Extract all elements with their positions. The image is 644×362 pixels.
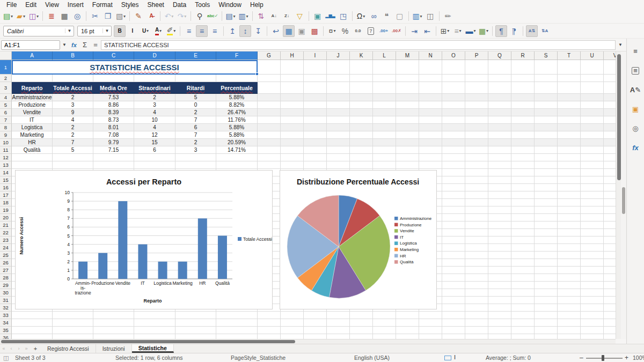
cell-S21[interactable] [535,221,558,229]
column-header-C[interactable]: C [93,51,134,60]
cell-L3[interactable] [373,82,396,94]
cell-R5[interactable] [511,101,535,109]
cell-U9[interactable] [581,131,604,139]
cell-R13[interactable] [511,161,535,169]
cell-M36[interactable] [396,334,419,339]
cell-E4[interactable]: 5 [175,94,216,101]
column-header-L[interactable]: L [373,51,396,60]
cell-U5[interactable] [581,101,604,109]
cell-D34[interactable] [134,319,175,327]
cell-T28[interactable] [558,274,581,282]
cell-Q18[interactable] [488,199,511,206]
cell-T14[interactable] [558,169,581,176]
cell-O11[interactable] [442,146,465,154]
cell-O15[interactable] [442,176,465,184]
column-header-N[interactable]: N [419,51,442,60]
cell-K34[interactable] [350,319,373,327]
row-header-23[interactable]: 23 [0,237,12,244]
cell-E35[interactable] [175,327,216,334]
cell-U14[interactable] [581,169,604,176]
cell-A8[interactable]: Logistica [12,124,53,131]
row-header-5[interactable]: 5 [0,101,12,109]
cell-O31[interactable] [442,297,465,304]
format-as-date-button[interactable]: 7 [365,25,377,37]
cell-T6[interactable] [558,109,581,116]
column-header-J[interactable]: J [327,51,350,60]
row-header-28[interactable]: 28 [0,274,12,282]
cell-H7[interactable] [281,116,304,124]
cell-P28[interactable] [465,274,488,282]
column-header-G[interactable]: G [258,51,281,60]
page-style[interactable]: PageStyle_Statistiche [231,353,286,362]
cell-Q30[interactable] [488,289,511,297]
cell-Q21[interactable] [488,221,511,229]
cell-Q24[interactable] [488,244,511,252]
cell-R12[interactable] [511,154,535,161]
cell-T23[interactable] [558,237,581,244]
cell-N7[interactable] [419,116,442,124]
cell-U13[interactable] [581,161,604,169]
function-wizard-icon[interactable]: fx [69,42,79,48]
cell-T13[interactable] [558,161,581,169]
row-header-2[interactable]: 2 [0,75,12,82]
menu-format[interactable]: Format [88,1,117,9]
cell-S3[interactable] [535,82,558,94]
cell-I36[interactable] [304,334,327,339]
cell-S33[interactable] [535,312,558,319]
cell-P22[interactable] [465,229,488,237]
cell-V31[interactable] [604,297,616,304]
cell-P31[interactable] [465,297,488,304]
cell-P9[interactable] [465,131,488,139]
row-header-13[interactable]: 13 [0,161,12,169]
cell-C4[interactable]: 7.53 [93,94,134,101]
cell-A5[interactable]: Produzione [12,101,53,109]
cell-M13[interactable] [396,161,419,169]
cell-O1[interactable] [442,60,465,75]
row-header-33[interactable]: 33 [0,312,12,319]
cell-K7[interactable] [350,116,373,124]
cell-P10[interactable] [465,139,488,146]
cell-T35[interactable] [558,327,581,334]
chevron-down-icon[interactable]: ▾ [420,14,422,19]
cell-O26[interactable] [442,259,465,267]
chevron-down-icon[interactable]: ▼ [60,42,69,47]
cell-O24[interactable] [442,244,465,252]
insert-hyperlink-button[interactable]: ∞ [368,10,380,22]
sheet-nav-last-icon[interactable]: » [23,344,30,353]
cell-D8[interactable]: 4 [134,124,175,131]
cell-O10[interactable] [442,139,465,146]
cell-V18[interactable] [604,199,616,206]
cell-V24[interactable] [604,244,616,252]
column-header-I[interactable]: I [304,51,327,60]
cell-L4[interactable] [373,94,396,101]
cell-P11[interactable] [465,146,488,154]
find-and-replace-button[interactable]: ⚲ [194,10,206,22]
cell-N4[interactable] [419,94,442,101]
chevron-down-icon[interactable]: ▾ [233,14,236,19]
cell-K13[interactable] [350,161,373,169]
cell-D11[interactable]: 6 [134,146,175,154]
title-cell[interactable]: STATISTICHE ACCESSI [12,60,258,75]
cell-V17[interactable] [604,191,616,199]
cell-C33[interactable] [93,312,134,319]
cell-S20[interactable] [535,214,558,221]
cell-I9[interactable] [304,131,327,139]
cell-E13[interactable] [175,161,216,169]
cell-V33[interactable] [604,312,616,319]
cell-S4[interactable] [535,94,558,101]
decrease-indent-button[interactable]: ⇤ [421,25,433,37]
cell-S32[interactable] [535,304,558,312]
cell-S31[interactable] [535,297,558,304]
menu-file[interactable]: File [2,1,21,9]
chevron-down-icon[interactable]: ▾ [147,28,149,33]
insert-chart-button[interactable]: ▂▆▃ [325,10,336,22]
bold-button[interactable]: B [114,25,126,37]
cell-M11[interactable] [396,146,419,154]
chevron-down-icon[interactable]: ▾ [171,14,173,19]
cell-P4[interactable] [465,94,488,101]
cell-J10[interactable] [327,139,350,146]
cell-Q13[interactable] [488,161,511,169]
align-top-button[interactable]: ↥ [226,25,238,37]
cell-M7[interactable] [396,116,419,124]
cell-S36[interactable] [535,334,558,339]
